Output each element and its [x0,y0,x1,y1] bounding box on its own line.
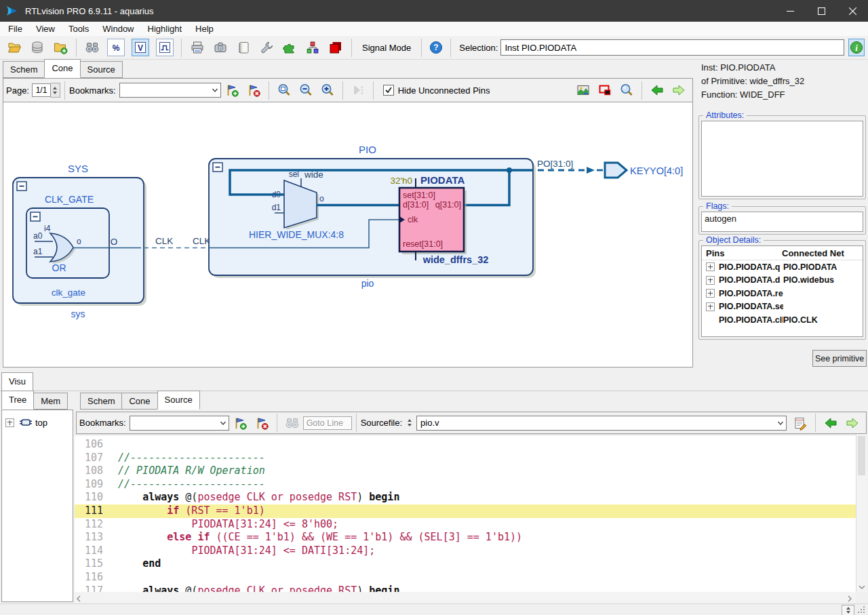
overview-icon[interactable] [575,82,591,98]
menu-item-view[interactable]: View [29,22,62,35]
arrow-right-icon[interactable] [671,82,687,98]
tab-src-schem[interactable]: Schem [80,393,122,410]
sourcefile-combobox[interactable]: pio.v [416,416,787,431]
hierarchy-icon[interactable] [304,39,321,56]
expand-icon[interactable] [5,418,14,427]
expand-icon[interactable] [706,302,715,311]
tab-source[interactable]: Source [80,61,123,78]
binoculars-icon[interactable] [83,39,101,56]
toolbar-separator [351,39,352,57]
resize-grip[interactable] [857,606,866,614]
wrench-icon[interactable] [258,39,275,56]
menu-item-help[interactable]: Help [189,22,220,35]
expand-icon[interactable] [706,276,715,285]
binoculars-icon [284,415,300,431]
arrow-left-icon[interactable] [823,415,839,431]
tab-src-source[interactable]: Source [157,391,200,410]
maximize-icon[interactable] [806,0,837,22]
puzzle-icon[interactable] [281,39,298,56]
page-value: 1/1 [32,83,51,97]
waveform-icon[interactable] [156,39,174,56]
menu-item-tools[interactable]: Tools [62,22,96,35]
pins-table-row[interactable]: PIO.PIODATA.dPIO.widebus [702,274,863,287]
line-number: 109 [75,478,103,492]
horizontal-scrollbar[interactable] [75,592,856,603]
tree-item-top[interactable]: top [5,415,73,430]
attributes-box[interactable] [701,121,863,197]
help-icon[interactable]: ? [429,39,443,56]
source-line[interactable]: 110 always @(posedge CLK or posedge RST)… [75,491,856,504]
pins-table-row[interactable]: PIO.PIODATA.set [702,300,863,314]
flags-box[interactable]: autogen [701,212,863,232]
selection-input[interactable]: Inst PIO.PIODATA [500,39,844,56]
status-spinner[interactable] [842,605,854,615]
zoom-out-icon[interactable] [298,82,314,98]
source-code-view[interactable]: 106107//----------------------108// PIOD… [75,435,856,595]
folder-add-icon[interactable] [52,39,69,56]
menu-item-window[interactable]: Window [96,22,140,35]
tab-mem[interactable]: Mem [33,393,68,410]
bookmark-delete-icon[interactable] [254,415,270,431]
zoom-fit-icon[interactable] [276,82,292,98]
hide-unconnected-checkbox[interactable]: Hide Unconnected Pins [383,85,490,96]
menu-item-highlight[interactable]: Highlight [141,22,189,35]
printer-icon[interactable] [189,39,206,56]
tab-cone[interactable]: Cone [44,59,80,78]
info-icon[interactable]: i [848,39,865,56]
minimize-icon[interactable] [774,0,806,22]
visu-tabbar: Visu [1,374,33,391]
arrow-left-icon[interactable] [649,82,665,98]
source-line[interactable]: 108// PIODATA R/W Operation [75,464,856,478]
source-line[interactable]: 115 end [75,557,856,571]
folder-open-icon[interactable] [5,39,23,56]
tab-tree[interactable]: Tree [1,391,34,410]
source-line[interactable]: 116 [75,571,856,584]
edit-source-icon[interactable] [792,415,808,431]
bookmarks-combobox[interactable] [119,83,221,98]
tab-src-cone[interactable]: Cone [121,393,157,410]
vertical-scrollbar[interactable] [856,435,867,592]
bookmark-add-icon[interactable] [224,82,240,98]
signal-mode-button[interactable]: Signal Mode [356,39,417,56]
bookmark-delete-icon[interactable] [245,82,262,98]
expand-icon[interactable] [706,289,715,298]
menu-item-file[interactable]: File [1,22,29,35]
pins-table-row[interactable]: PIO.PIODATA.qPIO.PIODATA [702,260,863,274]
source-line-highlighted[interactable]: 111 if (RST == 1'b1) [75,504,856,518]
source-line[interactable]: 106 [75,438,856,452]
source-line[interactable]: 114 PIODATA[31:24] <= DATI[31:24]; [75,544,856,558]
camera-icon[interactable] [212,39,229,56]
hierarchy-tree[interactable]: top [1,410,73,602]
view-rect-icon[interactable] [597,82,613,98]
close-icon[interactable] [837,0,868,22]
tab-schem[interactable]: Schem [3,61,45,78]
pio-inst-label: pio [361,278,374,289]
bookmark-add-icon[interactable] [232,415,248,431]
notebook-icon[interactable] [235,39,252,56]
inst-line: Inst: PIO.PIODATA [701,62,775,73]
database-icon[interactable] [28,39,46,56]
bookmarks-label: Bookmarks: [69,85,116,96]
zoom-in-icon[interactable] [319,82,336,98]
schematic-canvas[interactable]: SYS sys CLK_GATE clk_gate i4 a0 a1 o OR … [3,102,693,368]
port-o-label: O [111,237,118,247]
source-line[interactable]: 107//---------------------- [75,452,856,465]
page-spinner[interactable]: 1/1 [32,83,60,98]
see-primitive-button[interactable]: See primitive [812,350,867,367]
arrow-right-icon[interactable] [844,415,861,431]
search-icon[interactable] [618,82,635,98]
pins-table-row[interactable]: PIO.PIODATA.clkPIO.CLK [702,313,863,327]
source-line[interactable]: 109//---------------------- [75,478,856,492]
source-line[interactable]: 112 PIODATA[31:24] <= 8'h00; [75,518,856,532]
tab-visu[interactable]: Visu [1,372,33,391]
expand-icon[interactable] [706,262,715,271]
bookmarks-combobox[interactable] [130,416,229,431]
stop-red-icon[interactable] [327,39,344,56]
goto-line-input[interactable]: Goto Line [303,416,352,430]
pins-table-row[interactable]: PIO.PIODATA.reset [702,287,863,300]
source-line[interactable]: 113 else if ((CE == 1'b1) && (WE == 1'b1… [75,531,856,544]
percent-icon[interactable]: % [107,39,125,56]
sourcefile-spinner[interactable] [405,416,414,430]
v-mode-icon[interactable]: V [132,39,149,56]
pins-table[interactable]: Pins Connected Net PIO.PIODATA.qPIO.PIOD… [702,246,863,336]
